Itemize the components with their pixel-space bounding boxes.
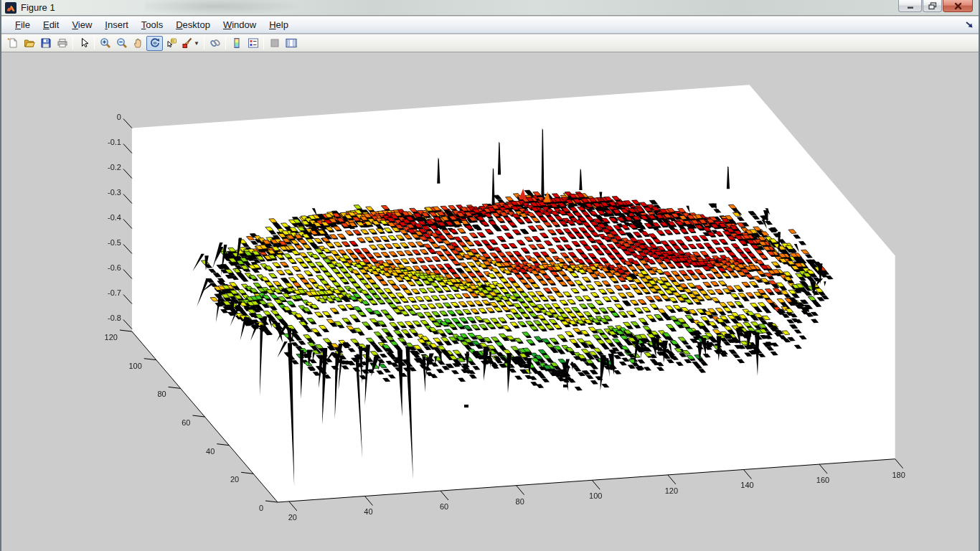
toolbar-separator <box>204 37 204 50</box>
menu-insert[interactable]: Insert <box>98 17 135 32</box>
restore-icon <box>928 2 937 10</box>
legend-icon <box>248 37 259 49</box>
magnifier-plus-icon <box>100 37 111 49</box>
window-title: Figure 1 <box>21 0 55 16</box>
close-icon <box>954 2 962 10</box>
open-folder-icon <box>24 37 35 49</box>
arrow-cursor-icon <box>78 37 90 49</box>
brush-icon <box>182 37 193 49</box>
edit-plot-button[interactable] <box>75 36 92 51</box>
figure-window: Figure 1 File Edit View Insert Tools <box>0 0 980 551</box>
menu-tools[interactable]: Tools <box>135 17 169 32</box>
toolbar-separator <box>263 37 264 50</box>
magnifier-minus-icon <box>116 37 128 49</box>
matlab-logo-icon <box>5 2 17 14</box>
plot-3d-surface[interactable] <box>1 53 980 551</box>
rotate-3d-button[interactable] <box>146 36 163 51</box>
printer-icon <box>57 37 68 49</box>
window-controls <box>898 0 973 12</box>
insert-colorbar-button[interactable] <box>228 36 245 51</box>
gray-square-icon <box>269 37 281 49</box>
figure-canvas-area <box>1 53 980 551</box>
toolbar-separator <box>225 37 226 50</box>
toolbar-separator <box>72 37 73 50</box>
show-plot-tools-dock-button[interactable] <box>283 36 299 51</box>
link-plot-button[interactable] <box>207 36 223 51</box>
dock-window-icon <box>286 37 297 49</box>
title-bar: Figure 1 <box>1 0 979 16</box>
titlebar-reflection <box>145 0 303 16</box>
open-file-button[interactable] <box>21 36 37 51</box>
menu-view[interactable]: View <box>65 17 98 32</box>
datatip-cursor-icon <box>166 37 177 49</box>
hand-icon <box>133 37 144 49</box>
data-cursor-button[interactable] <box>163 36 179 51</box>
dropdown-caret-icon: ▼ <box>194 40 199 47</box>
zoom-out-button[interactable] <box>113 36 130 51</box>
hide-plot-tools-button[interactable] <box>266 36 283 51</box>
menu-window[interactable]: Window <box>217 17 263 32</box>
minimize-button[interactable] <box>898 0 922 12</box>
save-figure-button[interactable] <box>37 36 54 51</box>
rotate-circle-icon <box>149 37 161 49</box>
brush-data-button[interactable]: ▼ <box>179 36 202 51</box>
menu-file[interactable]: File <box>9 17 37 32</box>
menu-help[interactable]: Help <box>263 17 295 32</box>
colorbar-icon <box>231 37 242 49</box>
overflow-arrow-icon[interactable] <box>964 19 974 29</box>
restore-button[interactable] <box>923 0 942 12</box>
print-figure-button[interactable] <box>54 36 70 51</box>
floppy-disk-icon <box>40 37 52 49</box>
menu-edit[interactable]: Edit <box>37 17 65 32</box>
pan-button[interactable] <box>130 36 146 51</box>
new-figure-button[interactable] <box>4 36 21 51</box>
close-button[interactable] <box>943 0 973 12</box>
minimize-icon <box>907 2 914 9</box>
menu-desktop[interactable]: Desktop <box>169 17 217 32</box>
figure-toolbar: ▼ <box>1 34 979 52</box>
zoom-in-button[interactable] <box>97 36 113 51</box>
insert-legend-button[interactable] <box>245 36 261 51</box>
chain-link-icon <box>209 37 221 49</box>
new-document-icon <box>7 37 19 49</box>
menu-bar: File Edit View Insert Tools Desktop Wind… <box>1 17 979 34</box>
toolbar-separator <box>94 37 95 50</box>
